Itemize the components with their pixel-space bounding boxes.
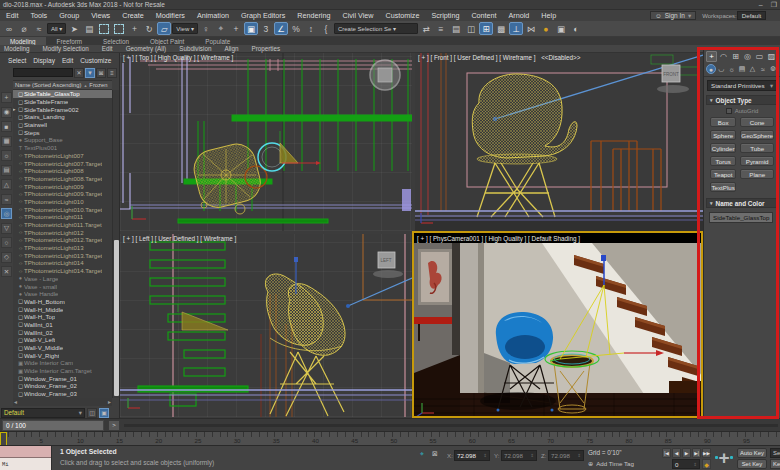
layer-dropdown[interactable]: Default ▾ (1, 408, 85, 418)
command-panel-tab-icon[interactable]: ⊞ (730, 51, 741, 62)
toolbar-icon[interactable]: ≡ (434, 22, 448, 35)
menu-item[interactable]: Help (535, 11, 562, 20)
key-selection-dropdown[interactable]: Selected (770, 448, 780, 458)
primitive-button[interactable]: TextPlus (710, 182, 736, 192)
object-list-item[interactable]: ▢ Wall-V_Left (13, 336, 112, 344)
object-list-item[interactable]: ☼ TPhotometricLight007.Target (13, 159, 112, 167)
object-list-item[interactable]: ▢ Wall-H_Middle (13, 305, 112, 313)
object-list-item[interactable]: ▸ ▢ SideTableFrame002 (13, 105, 112, 113)
filter-icon[interactable]: ▼ (85, 68, 95, 78)
toolbar-icon[interactable]: ◐ (569, 22, 583, 35)
primitive-button[interactable]: GeoSphere (740, 130, 774, 140)
object-list-item[interactable]: ▢ Window_Frame_03 (13, 390, 112, 398)
set-key-button[interactable]: Set Key (737, 459, 767, 469)
explorer-toggle-icon[interactable]: ✕ (1, 266, 12, 277)
ribbon-tab[interactable]: Object Paint (140, 37, 194, 45)
spinner-icon[interactable]: ⇕ (530, 453, 534, 458)
ribbon-tab[interactable]: Freeform (47, 37, 93, 45)
toolbar-icon[interactable]: % (289, 22, 303, 35)
explorer-toggle-icon[interactable]: △ (1, 179, 12, 190)
layer-display-button[interactable]: ▣ (99, 408, 109, 418)
playback-button[interactable]: |◀ (662, 448, 671, 458)
object-list-item[interactable]: ▢ Window_Frame_01 (13, 374, 112, 382)
object-list-item[interactable]: ☼ TPhotometricLight014.Target (13, 267, 112, 275)
viewport-top[interactable]: [ + ] [ Top ] [ High Quality ] [ Wirefra… (120, 53, 412, 231)
object-list-item[interactable]: ▢ Wall-H_Top (13, 313, 112, 321)
explorer-toggle-icon[interactable]: ■ (1, 121, 12, 132)
explorer-toggle-icon[interactable]: ◎ (1, 208, 12, 219)
primitive-button[interactable]: Sphere (710, 130, 736, 140)
viewport-left-label[interactable]: [ + ] [ Left ] [ User Defined ] [ Wirefr… (123, 235, 236, 242)
auto-key-button[interactable]: Auto Key (737, 448, 767, 458)
toolbar-icon[interactable]: ▤ (449, 22, 463, 35)
object-list-item[interactable]: ▢ WallInt_02 (13, 328, 112, 336)
explorer-toggle-icon[interactable]: ▤ (1, 165, 12, 176)
menu-item[interactable]: Rendering (291, 11, 336, 20)
object-list-item[interactable]: ☼ TPhotometricLight014 (13, 259, 112, 267)
clear-search-icon[interactable]: ✕ (74, 68, 84, 78)
primitive-button[interactable]: Cone (740, 117, 774, 127)
menu-item[interactable]: Arnold (503, 11, 536, 20)
playback-button[interactable]: ◀ (672, 448, 681, 458)
key-filters-button[interactable]: Key Filters... (770, 459, 780, 469)
menu-item[interactable]: Views (85, 11, 116, 20)
add-time-tag[interactable]: ⊕ Add Time Tag (588, 460, 634, 467)
toolbar-icon[interactable]: ➤ (67, 22, 81, 35)
create-category-icon[interactable]: ▤ (737, 64, 746, 74)
time-slider-track[interactable] (124, 424, 778, 427)
command-panel-tab-icon[interactable]: ▭ (754, 51, 765, 62)
search-input[interactable] (13, 68, 73, 77)
ribbon-panel-label[interactable]: Properties (251, 45, 280, 52)
command-panel-tab-icon[interactable]: ▨ (766, 51, 777, 62)
object-list-item[interactable]: ☼ TPhotometricLight013.Target (13, 251, 112, 259)
primitives-dropdown[interactable]: Standard Primitives ▾ (707, 80, 777, 91)
workspace-dropdown[interactable]: Default (737, 11, 767, 20)
object-list-item[interactable]: ● Vase Handle (13, 290, 112, 298)
isolate-selection-icon[interactable]: ⌖ (420, 450, 424, 458)
object-list-item[interactable]: ☼ TPhotometricLight008 (13, 167, 112, 175)
object-list-item[interactable]: ▢ SideTable_GlassTop (13, 90, 112, 98)
create-category-icon[interactable]: ☼ (727, 64, 736, 74)
object-list-item[interactable]: ☼ TPhotometricLight007 (13, 152, 112, 160)
object-list-item[interactable]: ▢ Stairs_Landing (13, 113, 112, 121)
object-list-item[interactable]: ▣ Wide Interior Cam.Target (13, 367, 112, 375)
command-panel-tab-icon[interactable]: ◠ (718, 51, 729, 62)
command-panel-tab-icon[interactable]: ◎ (742, 51, 753, 62)
playback-button[interactable]: ▶▶ (702, 448, 711, 458)
primitive-button[interactable]: Pyramid (740, 156, 774, 166)
toolbar-icon[interactable]: ▱ (157, 22, 171, 35)
ribbon-tab[interactable]: Selection (93, 37, 139, 45)
menu-item[interactable]: Group (53, 11, 85, 20)
explorer-toggle-icon[interactable]: ○ (1, 237, 12, 248)
explorer-toggle-icon[interactable]: ≈ (1, 194, 12, 205)
autogrid-checkbox[interactable]: AutoGrid (704, 105, 780, 116)
explorer-menu-item[interactable]: Edit (62, 57, 73, 64)
toolbar-icon[interactable]: ∞ (2, 22, 16, 35)
primitive-button[interactable]: Box (710, 117, 736, 127)
toolbar-icon[interactable]: ▣ (554, 22, 568, 35)
toolbar-icon[interactable]: ⊞ (479, 22, 493, 35)
object-list-item[interactable]: ▣ Wide Interior Cam (13, 359, 112, 367)
object-list-item[interactable]: ▢ WallInt_01 (13, 321, 112, 329)
object-list-item[interactable]: T TextPlus001 (13, 144, 112, 152)
object-list-item[interactable]: ▢ Window_Frame_02 (13, 382, 112, 390)
menu-item[interactable]: Animation (191, 11, 235, 20)
toolbar-icon[interactable] (112, 22, 126, 35)
explorer-menu-item[interactable]: Customize (80, 57, 111, 64)
primitive-button[interactable]: Tube (740, 143, 774, 153)
viewport-camera-label[interactable]: [ + ] [ PhysCamera001 ] [ High Quality ]… (414, 233, 701, 243)
toolbar-icon[interactable]: ▩ (494, 22, 508, 35)
ribbon-panel-label[interactable]: Geometry (All) (126, 45, 167, 52)
explorer-horizontal-scrollbar[interactable]: ◄ ► (13, 398, 112, 406)
menu-item[interactable]: Create (116, 11, 150, 20)
toolbar-icon[interactable] (97, 22, 111, 35)
object-list-item[interactable]: ● Support_Base (13, 136, 112, 144)
scroll-right-icon[interactable]: ► (107, 399, 112, 405)
object-list-item[interactable]: ☼ TPhotometricLight009.Target (13, 190, 112, 198)
menu-item[interactable]: Graph Editors (235, 11, 291, 20)
menu-item[interactable]: Scripting (425, 11, 465, 20)
explorer-toggle-icon[interactable]: ▦ (1, 136, 12, 147)
explorer-toggle-icon[interactable]: ▽ (1, 223, 12, 234)
ribbon-panel-label[interactable]: Modify Selection (43, 45, 89, 52)
explorer-menu-item[interactable]: Select (8, 57, 26, 64)
